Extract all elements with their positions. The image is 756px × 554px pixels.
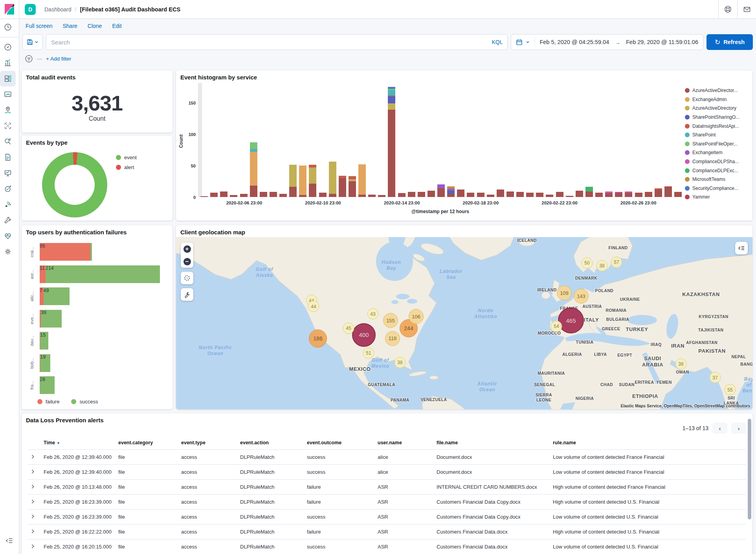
- histogram-bar[interactable]: [526, 193, 534, 197]
- histogram-bar[interactable]: [536, 193, 543, 197]
- histogram-bar[interactable]: [585, 187, 593, 197]
- legend-item[interactable]: AzureActiveDirectory: [685, 104, 749, 113]
- top-users-bar[interactable]: 19: [40, 354, 50, 372]
- histogram-bar[interactable]: [428, 191, 435, 197]
- legend-item[interactable]: ComplianceDLPExc...: [685, 166, 749, 175]
- filter-icon[interactable]: [25, 55, 33, 63]
- kibana-logo[interactable]: [0, 0, 19, 18]
- map-fit-data-button[interactable]: [181, 272, 193, 284]
- column-header-event-outcome[interactable]: event.outcome: [307, 440, 378, 445]
- sidebar-item-recently-viewed[interactable]: [0, 19, 16, 35]
- legend-item[interactable]: SharePointSharingO...: [685, 113, 749, 122]
- histogram-bar[interactable]: [635, 193, 642, 197]
- legend-item[interactable]: AzureActiveDirector...: [685, 86, 749, 95]
- top-users-bar[interactable]: 749: [40, 287, 70, 305]
- map-cluster-bubble[interactable]: 37: [710, 372, 721, 383]
- map-cluster-bubble[interactable]: 465: [558, 307, 584, 333]
- map-cluster-bubble[interactable]: 109: [557, 285, 572, 300]
- map-cluster-bubble[interactable]: 54: [550, 320, 562, 332]
- histogram-bar[interactable]: [615, 192, 622, 197]
- histogram-bar[interactable]: [250, 142, 257, 197]
- histogram-bar[interactable]: [645, 192, 652, 197]
- edit-link[interactable]: Edit: [112, 23, 121, 29]
- histogram-bar[interactable]: [398, 193, 406, 197]
- table-row[interactable]: Feb 26, 2020 @ 12:39:40.000fileaccessDLP…: [28, 449, 746, 464]
- donut-chart[interactable]: [42, 152, 107, 217]
- histogram-bar[interactable]: [497, 190, 504, 197]
- space-badge[interactable]: D: [25, 4, 36, 15]
- legend-item-alert[interactable]: alert: [116, 164, 137, 170]
- histogram-bar[interactable]: [487, 195, 494, 197]
- expand-row-button[interactable]: [28, 484, 44, 490]
- legend-item-failure[interactable]: failure: [37, 399, 59, 405]
- top-users-bar[interactable]: 28: [40, 376, 55, 394]
- map-cluster-bubble[interactable]: 155: [383, 313, 398, 328]
- histogram-bar[interactable]: [309, 165, 316, 197]
- map-cluster-bubble[interactable]: 400: [352, 323, 376, 347]
- table-row[interactable]: Feb 26, 2020 @ 12:39:40.000fileaccessDLP…: [28, 464, 746, 479]
- help-button[interactable]: [718, 0, 737, 18]
- histogram-bar[interactable]: [270, 192, 277, 197]
- share-link[interactable]: Share: [62, 23, 77, 29]
- saved-query-button[interactable]: [22, 34, 43, 50]
- histogram-bar[interactable]: [605, 191, 613, 197]
- map-cluster-bubble[interactable]: 143: [574, 289, 589, 304]
- column-header-time[interactable]: Time▼: [44, 440, 118, 445]
- column-header-event-action[interactable]: event.action: [240, 440, 307, 445]
- map-legend-toggle-button[interactable]: [735, 242, 748, 254]
- sidebar-item-apm[interactable]: [0, 197, 16, 212]
- clone-link[interactable]: Clone: [88, 23, 102, 29]
- map-cluster-bubble[interactable]: 106: [409, 309, 424, 324]
- top-users-bar[interactable]: 15: [40, 332, 48, 350]
- table-row[interactable]: Feb 25, 2020 @ 16:23:39.000fileaccessDLP…: [28, 494, 746, 509]
- top-users-bar[interactable]: 11214: [40, 265, 160, 283]
- histogram-bar[interactable]: [200, 196, 208, 197]
- histogram-bar[interactable]: [437, 184, 445, 197]
- kql-selector[interactable]: KQL: [488, 39, 503, 45]
- histogram-bar[interactable]: [319, 193, 327, 197]
- legend-item[interactable]: SharePointFileOper...: [685, 140, 749, 149]
- histogram-plot[interactable]: 050100150 Count 2020-02-06 23:002020-02-…: [199, 85, 682, 197]
- search-input[interactable]: [51, 39, 488, 46]
- sidebar-item-management[interactable]: [0, 244, 16, 260]
- histogram-bar[interactable]: [506, 191, 514, 197]
- collapse-navigation-button[interactable]: [2, 533, 17, 548]
- map-cluster-bubble[interactable]: 51: [363, 347, 374, 359]
- histogram-bar[interactable]: [566, 196, 573, 197]
- histogram-bar[interactable]: [457, 190, 464, 197]
- histogram-bar[interactable]: [329, 162, 336, 197]
- histogram-bar[interactable]: [378, 195, 385, 197]
- histogram-bar[interactable]: [289, 165, 297, 197]
- histogram-bar[interactable]: [408, 192, 415, 197]
- newsfeed-button[interactable]: [737, 0, 756, 18]
- sidebar-item-machine-learning[interactable]: [0, 118, 16, 134]
- top-users-bar[interactable]: 39: [40, 310, 62, 328]
- table-row[interactable]: Feb 26, 2020 @ 10:13:48.000fileaccessDLP…: [28, 479, 746, 494]
- column-header-event-type[interactable]: event.type: [181, 440, 240, 445]
- sidebar-item-dashboard[interactable]: [0, 71, 16, 87]
- full-screen-link[interactable]: Full screen: [26, 23, 52, 29]
- histogram-bar[interactable]: [339, 176, 346, 197]
- sidebar-item-canvas[interactable]: [0, 87, 16, 102]
- histogram-bar[interactable]: [655, 188, 662, 197]
- legend-item[interactable]: SecurityCompliance...: [685, 184, 749, 193]
- histogram-bar[interactable]: [358, 164, 366, 197]
- histogram-bar[interactable]: [388, 87, 395, 197]
- histogram-bar[interactable]: [556, 192, 563, 197]
- histogram-bar[interactable]: [349, 176, 356, 197]
- expand-row-button[interactable]: [28, 529, 44, 535]
- legend-item[interactable]: ExchangeItem: [685, 148, 749, 157]
- histogram-bar[interactable]: [625, 191, 632, 197]
- sidebar-item-discover[interactable]: [0, 39, 16, 55]
- sidebar-item-dev-tools[interactable]: [0, 212, 16, 228]
- sidebar-item-uptime[interactable]: [0, 181, 16, 197]
- histogram-bar[interactable]: [230, 195, 237, 197]
- histogram-bar[interactable]: [220, 191, 228, 197]
- map-zoom-out-button[interactable]: −: [181, 255, 193, 268]
- histogram-bar[interactable]: [674, 192, 682, 197]
- map-cluster-bubble[interactable]: 38: [596, 260, 608, 271]
- map-cluster-bubble[interactable]: 43: [367, 308, 379, 320]
- map-cluster-bubble[interactable]: 38: [395, 357, 406, 368]
- column-header-rule-name[interactable]: rule.name: [553, 440, 746, 445]
- column-header-user-name[interactable]: user.name: [378, 440, 437, 445]
